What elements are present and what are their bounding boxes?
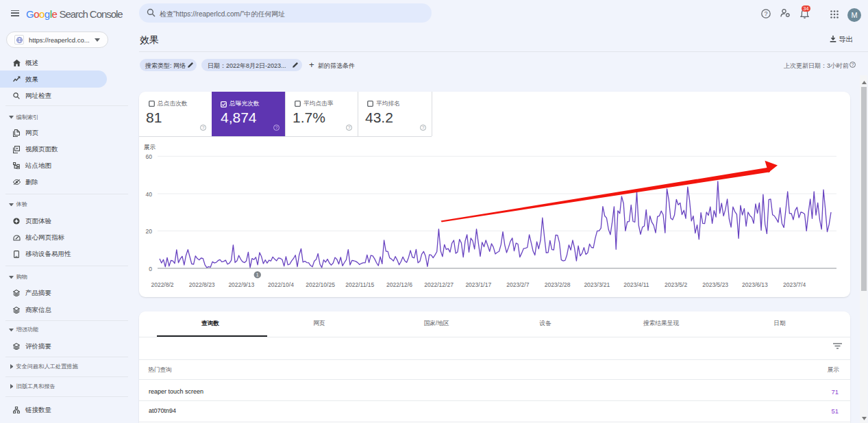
svg-text:?: ? <box>764 10 767 17</box>
svg-text:1: 1 <box>256 272 259 277</box>
svg-text:?: ? <box>348 125 351 130</box>
svg-text:?: ? <box>422 125 425 130</box>
svg-text:?: ? <box>852 62 854 66</box>
svg-text:?: ? <box>275 125 278 130</box>
svg-text:?: ? <box>202 125 205 130</box>
